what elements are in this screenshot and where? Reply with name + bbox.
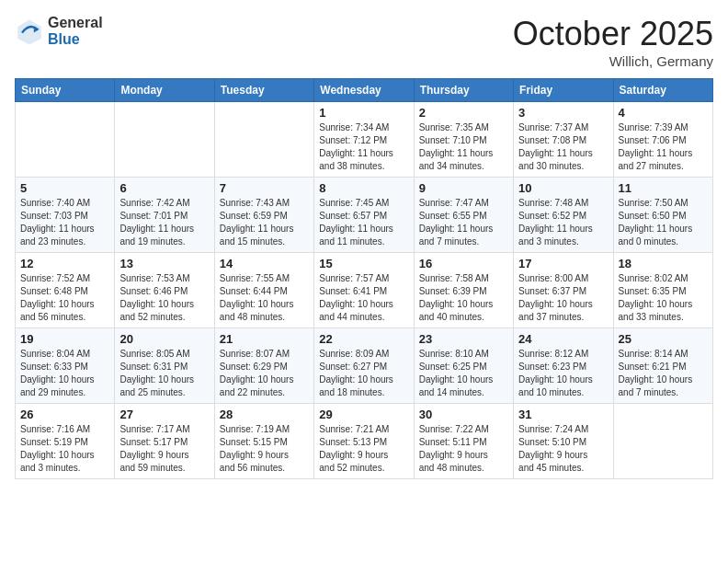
day-info: Sunrise: 8:12 AM Sunset: 6:23 PM Dayligh… — [518, 348, 608, 399]
logo: General Blue — [15, 15, 103, 47]
calendar-cell: 30Sunrise: 7:22 AM Sunset: 5:11 PM Dayli… — [414, 404, 513, 479]
day-number: 21 — [220, 332, 309, 346]
calendar-header-row: SundayMondayTuesdayWednesdayThursdayFrid… — [16, 79, 713, 102]
month-title: October 2025 — [513, 15, 713, 53]
day-number: 10 — [518, 181, 608, 195]
calendar-cell — [16, 102, 115, 178]
calendar-cell: 6Sunrise: 7:42 AM Sunset: 7:01 PM Daylig… — [115, 178, 214, 253]
location: Willich, Germany — [513, 53, 713, 69]
calendar-cell: 27Sunrise: 7:17 AM Sunset: 5:17 PM Dayli… — [115, 404, 214, 479]
calendar-cell: 22Sunrise: 8:09 AM Sunset: 6:27 PM Dayli… — [314, 328, 414, 404]
day-number: 9 — [419, 181, 508, 195]
day-info: Sunrise: 7:58 AM Sunset: 6:39 PM Dayligh… — [419, 272, 508, 324]
weekday-header: Tuesday — [214, 79, 313, 102]
weekday-header: Sunday — [16, 79, 115, 102]
day-number: 30 — [419, 408, 508, 421]
weekday-header: Monday — [115, 79, 214, 102]
calendar-cell — [214, 102, 313, 178]
day-number: 19 — [20, 332, 109, 346]
calendar-cell: 31Sunrise: 7:24 AM Sunset: 5:10 PM Dayli… — [514, 404, 613, 479]
weekday-header: Saturday — [613, 79, 712, 102]
day-info: Sunrise: 7:24 AM Sunset: 5:10 PM Dayligh… — [518, 423, 608, 475]
day-info: Sunrise: 7:47 AM Sunset: 6:55 PM Dayligh… — [419, 197, 508, 248]
calendar-table: SundayMondayTuesdayWednesdayThursdayFrid… — [15, 78, 713, 479]
day-number: 28 — [220, 408, 309, 421]
day-info: Sunrise: 7:19 AM Sunset: 5:15 PM Dayligh… — [220, 423, 309, 475]
day-number: 27 — [119, 408, 209, 421]
calendar-cell: 8Sunrise: 7:45 AM Sunset: 6:57 PM Daylig… — [314, 178, 414, 253]
day-info: Sunrise: 7:50 AM Sunset: 6:50 PM Dayligh… — [619, 197, 708, 248]
day-info: Sunrise: 8:10 AM Sunset: 6:25 PM Dayligh… — [419, 348, 508, 399]
day-number: 25 — [619, 332, 708, 346]
day-number: 20 — [119, 332, 209, 346]
day-info: Sunrise: 7:53 AM Sunset: 6:46 PM Dayligh… — [119, 272, 209, 324]
svg-marker-0 — [17, 19, 41, 44]
calendar-week-row: 19Sunrise: 8:04 AM Sunset: 6:33 PM Dayli… — [16, 328, 713, 404]
calendar-cell: 20Sunrise: 8:05 AM Sunset: 6:31 PM Dayli… — [115, 328, 214, 404]
calendar-cell: 14Sunrise: 7:55 AM Sunset: 6:44 PM Dayli… — [214, 253, 313, 328]
day-number: 4 — [619, 106, 708, 120]
day-number: 1 — [319, 106, 408, 120]
logo-text: General Blue — [48, 15, 103, 47]
weekday-header: Friday — [514, 79, 613, 102]
calendar-cell: 29Sunrise: 7:21 AM Sunset: 5:13 PM Dayli… — [314, 404, 414, 479]
calendar-cell: 23Sunrise: 8:10 AM Sunset: 6:25 PM Dayli… — [414, 328, 513, 404]
calendar-cell: 1Sunrise: 7:34 AM Sunset: 7:12 PM Daylig… — [314, 102, 414, 178]
calendar-cell: 2Sunrise: 7:35 AM Sunset: 7:10 PM Daylig… — [414, 102, 513, 178]
calendar-cell: 17Sunrise: 8:00 AM Sunset: 6:37 PM Dayli… — [514, 253, 613, 328]
calendar-cell: 4Sunrise: 7:39 AM Sunset: 7:06 PM Daylig… — [613, 102, 712, 178]
day-number: 14 — [220, 257, 309, 270]
day-info: Sunrise: 8:14 AM Sunset: 6:21 PM Dayligh… — [619, 348, 708, 399]
day-number: 13 — [119, 257, 209, 270]
day-info: Sunrise: 8:07 AM Sunset: 6:29 PM Dayligh… — [220, 348, 309, 399]
calendar-cell: 25Sunrise: 8:14 AM Sunset: 6:21 PM Dayli… — [613, 328, 712, 404]
day-info: Sunrise: 8:05 AM Sunset: 6:31 PM Dayligh… — [119, 348, 209, 399]
calendar-week-row: 5Sunrise: 7:40 AM Sunset: 7:03 PM Daylig… — [16, 178, 713, 253]
weekday-header: Thursday — [414, 79, 513, 102]
calendar-cell: 7Sunrise: 7:43 AM Sunset: 6:59 PM Daylig… — [214, 178, 313, 253]
calendar-cell — [115, 102, 214, 178]
day-number: 18 — [619, 257, 708, 270]
day-number: 15 — [319, 257, 408, 270]
day-info: Sunrise: 7:22 AM Sunset: 5:11 PM Dayligh… — [419, 423, 508, 475]
day-number: 7 — [220, 181, 309, 195]
day-number: 16 — [419, 257, 508, 270]
calendar-cell: 26Sunrise: 7:16 AM Sunset: 5:19 PM Dayli… — [16, 404, 115, 479]
calendar-cell — [613, 404, 712, 479]
calendar-cell: 19Sunrise: 8:04 AM Sunset: 6:33 PM Dayli… — [16, 328, 115, 404]
day-info: Sunrise: 7:39 AM Sunset: 7:06 PM Dayligh… — [619, 121, 708, 173]
day-info: Sunrise: 7:55 AM Sunset: 6:44 PM Dayligh… — [220, 272, 309, 324]
logo-general-text: General — [48, 15, 103, 31]
day-info: Sunrise: 7:48 AM Sunset: 6:52 PM Dayligh… — [518, 197, 608, 248]
day-info: Sunrise: 7:21 AM Sunset: 5:13 PM Dayligh… — [319, 423, 408, 475]
calendar-cell: 24Sunrise: 8:12 AM Sunset: 6:23 PM Dayli… — [514, 328, 613, 404]
day-number: 29 — [319, 408, 408, 421]
calendar-cell: 5Sunrise: 7:40 AM Sunset: 7:03 PM Daylig… — [16, 178, 115, 253]
calendar-cell: 12Sunrise: 7:52 AM Sunset: 6:48 PM Dayli… — [16, 253, 115, 328]
day-number: 24 — [518, 332, 608, 346]
weekday-header: Wednesday — [314, 79, 414, 102]
day-info: Sunrise: 7:35 AM Sunset: 7:10 PM Dayligh… — [419, 121, 508, 173]
day-info: Sunrise: 7:43 AM Sunset: 6:59 PM Dayligh… — [220, 197, 309, 248]
day-info: Sunrise: 7:40 AM Sunset: 7:03 PM Dayligh… — [20, 197, 109, 248]
day-number: 31 — [518, 408, 608, 421]
day-number: 11 — [619, 181, 708, 195]
day-number: 5 — [20, 181, 109, 195]
day-info: Sunrise: 8:00 AM Sunset: 6:37 PM Dayligh… — [518, 272, 608, 324]
day-number: 22 — [319, 332, 408, 346]
day-info: Sunrise: 7:34 AM Sunset: 7:12 PM Dayligh… — [319, 121, 408, 173]
day-number: 3 — [518, 106, 608, 120]
day-info: Sunrise: 7:17 AM Sunset: 5:17 PM Dayligh… — [119, 423, 209, 475]
calendar-cell: 18Sunrise: 8:02 AM Sunset: 6:35 PM Dayli… — [613, 253, 712, 328]
day-info: Sunrise: 7:57 AM Sunset: 6:41 PM Dayligh… — [319, 272, 408, 324]
day-info: Sunrise: 8:04 AM Sunset: 6:33 PM Dayligh… — [20, 348, 109, 399]
calendar-cell: 11Sunrise: 7:50 AM Sunset: 6:50 PM Dayli… — [613, 178, 712, 253]
calendar-week-row: 1Sunrise: 7:34 AM Sunset: 7:12 PM Daylig… — [16, 102, 713, 178]
day-number: 2 — [419, 106, 508, 120]
day-info: Sunrise: 8:02 AM Sunset: 6:35 PM Dayligh… — [619, 272, 708, 324]
day-number: 23 — [419, 332, 508, 346]
day-info: Sunrise: 7:45 AM Sunset: 6:57 PM Dayligh… — [319, 197, 408, 248]
day-info: Sunrise: 7:42 AM Sunset: 7:01 PM Dayligh… — [119, 197, 209, 248]
day-info: Sunrise: 7:16 AM Sunset: 5:19 PM Dayligh… — [20, 423, 109, 475]
day-number: 17 — [518, 257, 608, 270]
